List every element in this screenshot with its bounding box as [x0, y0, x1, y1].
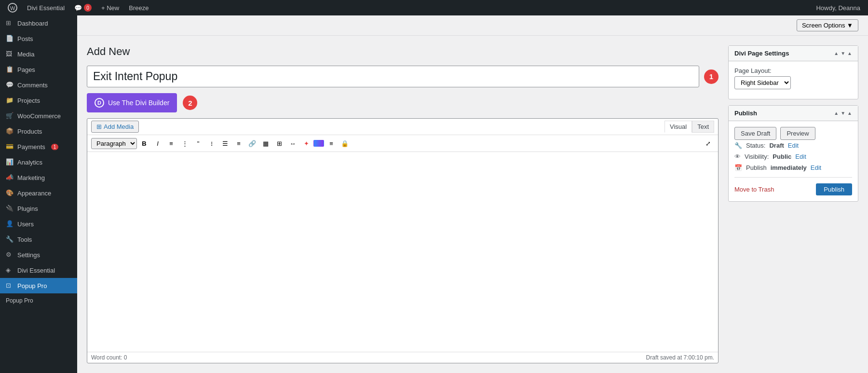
divi-essential-icon: ◈	[6, 266, 14, 274]
chevron-down-icon[interactable]: ▼	[841, 51, 845, 56]
admin-bar-comments[interactable]: 💬 0	[70, 0, 95, 15]
table-button[interactable]: ▦	[259, 137, 272, 150]
fullscreen-button[interactable]: ⤢	[702, 137, 714, 150]
align-right-button[interactable]: ≡	[232, 137, 245, 150]
sidebar-item-marketing[interactable]: 📣 Marketing	[0, 170, 77, 185]
unordered-list-button[interactable]: ≡	[165, 137, 177, 150]
step-badge-2: 2	[183, 96, 197, 110]
publish-when-edit-link[interactable]: Edit	[811, 164, 821, 171]
grid-button[interactable]: ⊞	[273, 137, 285, 150]
sidebar: ⊞ Dashboard 📄 Posts 🖼 Media 📋 Pages 💬 Co…	[0, 15, 77, 373]
sidebar-item-users[interactable]: 👤 Users	[0, 216, 77, 232]
status-label: Status:	[746, 142, 765, 149]
sidebar-item-posts[interactable]: 📄 Posts	[0, 31, 77, 46]
tab-text[interactable]: Text	[692, 121, 714, 133]
popup-pro-icon: ⊡	[6, 282, 14, 290]
save-draft-button[interactable]: Save Draft	[734, 127, 776, 140]
special-button[interactable]: ↔	[286, 137, 299, 150]
sidebar-item-analytics[interactable]: 📊 Analytics	[0, 154, 77, 170]
blockquote-button[interactable]: "	[192, 137, 204, 150]
ordered-list-button[interactable]: ⋮	[178, 137, 191, 150]
publish-collapse[interactable]: ▲	[847, 111, 852, 116]
screen-options-button[interactable]: Screen Options ▼	[797, 19, 858, 31]
sidebar-item-settings[interactable]: ⚙ Settings	[0, 247, 77, 262]
post-title-input[interactable]	[87, 66, 699, 87]
divi-logo: D	[95, 98, 104, 108]
chevron-up-icon[interactable]: ▲	[834, 51, 839, 56]
sidebar-item-divi-essential[interactable]: ◈ Divi Essential	[0, 262, 77, 278]
visibility-edit-link[interactable]: Edit	[795, 153, 806, 160]
tools-icon: 🔧	[6, 235, 14, 243]
marketing-icon: 📣	[6, 174, 14, 181]
admin-bar-site-name[interactable]: Divi Essential	[23, 0, 68, 15]
editor-area: Add New 1 D Use The Divi Builder	[87, 45, 719, 363]
align-left-button[interactable]: ⫶	[205, 137, 218, 150]
tab-visual[interactable]: Visual	[665, 121, 692, 133]
publish-chevron-down[interactable]: ▼	[841, 111, 845, 116]
color-button[interactable]: ✦	[300, 137, 312, 150]
sidebar-item-popup-pro[interactable]: ⊡ Popup Pro	[0, 278, 77, 293]
link-button[interactable]: 🔗	[246, 137, 258, 150]
sidebar-item-dashboard[interactable]: ⊞ Dashboard	[0, 15, 77, 31]
layout-select[interactable]: Right Sidebar	[734, 76, 791, 89]
divi-page-settings-header[interactable]: Divi Page Settings ▲ ▼ ▲	[729, 46, 858, 61]
format-extra-button[interactable]: ≡	[325, 137, 338, 150]
align-center-button[interactable]: ☰	[219, 137, 231, 150]
appearance-icon: 🎨	[6, 189, 14, 197]
page-area: Add New 1 D Use The Divi Builder	[77, 36, 868, 373]
page-title: Add New	[87, 45, 719, 58]
editor-tabs: Visual Text	[665, 121, 714, 133]
page-layout-label: Page Layout:	[734, 67, 852, 74]
sidebar-footer: Popup Pro	[0, 293, 77, 308]
publish-panel-controls: ▲ ▼ ▲	[834, 111, 852, 116]
divi-builder-button[interactable]: D Use The Divi Builder	[87, 93, 177, 112]
builder-row: D Use The Divi Builder 2	[87, 93, 719, 112]
sidebar-item-plugins[interactable]: 🔌 Plugins	[0, 201, 77, 216]
publish-chevron-up[interactable]: ▲	[834, 111, 839, 116]
admin-bar-new[interactable]: + New	[97, 0, 123, 15]
add-media-button[interactable]: ⊞ Add Media	[91, 121, 139, 133]
bold-button[interactable]: B	[138, 137, 150, 150]
visibility-icon: 👁	[734, 153, 741, 160]
publish-when-label: Publish	[746, 164, 767, 171]
word-count: Word count: 0	[91, 354, 127, 361]
lock-button[interactable]: 🔒	[339, 137, 351, 150]
preview-button[interactable]: Preview	[780, 127, 815, 140]
page-layout-row: Page Layout: Right Sidebar	[734, 67, 852, 89]
admin-bar-breeze[interactable]: Breeze	[125, 0, 152, 15]
sidebar-item-woocommerce[interactable]: 🛒 WooCommerce	[0, 108, 77, 124]
sidebar-item-tools[interactable]: 🔧 Tools	[0, 232, 77, 247]
dashboard-icon: ⊞	[6, 19, 14, 27]
publish-panel-header[interactable]: Publish ▲ ▼ ▲	[729, 106, 858, 121]
analytics-icon: 📊	[6, 158, 14, 166]
wp-layout: ⊞ Dashboard 📄 Posts 🖼 Media 📋 Pages 💬 Co…	[0, 15, 868, 373]
sidebar-item-appearance[interactable]: 🎨 Appearance	[0, 185, 77, 201]
sidebar-item-comments[interactable]: 💬 Comments	[0, 77, 77, 93]
publish-button[interactable]: Publish	[816, 183, 852, 195]
status-edit-link[interactable]: Edit	[788, 142, 799, 149]
sidebar-item-payments[interactable]: 💳 Payments 1	[0, 139, 77, 154]
comments-icon: 💬	[6, 81, 14, 89]
visibility-value: Public	[773, 153, 791, 160]
sidebar-item-products[interactable]: 📦 Products	[0, 124, 77, 139]
editor-content[interactable]	[87, 152, 718, 352]
publish-panel: Publish ▲ ▼ ▲ Save Draft	[728, 105, 858, 202]
gradient-button[interactable]	[313, 140, 324, 147]
sidebar-item-media[interactable]: 🖼 Media	[0, 46, 77, 62]
italic-button[interactable]: I	[151, 137, 164, 150]
title-row: 1	[87, 66, 719, 87]
publish-when-value: immediately	[771, 164, 807, 171]
layout-select-wrap: Right Sidebar	[734, 76, 852, 89]
settings-icon: ⚙	[6, 251, 14, 259]
move-to-trash-link[interactable]: Move to Trash	[734, 186, 774, 193]
admin-bar-user[interactable]: Howdy, Deanna	[812, 0, 864, 15]
svg-text:W: W	[10, 5, 15, 11]
add-media-icon: ⊞	[96, 123, 102, 130]
admin-bar-wp-logo[interactable]: W	[4, 0, 21, 15]
divi-page-settings-panel: Divi Page Settings ▲ ▼ ▲ Page Layout:	[728, 45, 858, 99]
collapse-icon[interactable]: ▲	[847, 51, 852, 56]
sidebar-item-pages[interactable]: 📋 Pages	[0, 62, 77, 77]
paragraph-select[interactable]: Paragraph	[91, 138, 137, 149]
publish-panel-body: Save Draft Preview 🔧 Status: Draft Edit	[729, 121, 858, 201]
sidebar-item-projects[interactable]: 📁 Projects	[0, 93, 77, 108]
